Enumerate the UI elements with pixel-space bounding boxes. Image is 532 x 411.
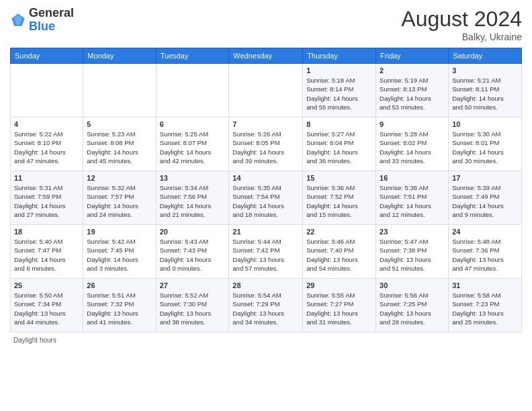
column-header-monday: Monday — [83, 48, 156, 64]
day-number: 13 — [160, 174, 226, 182]
calendar-cell: 7Sunrise: 5:26 AM Sunset: 8:05 PM Daylig… — [229, 118, 303, 171]
column-header-saturday: Saturday — [449, 48, 522, 64]
day-info: Sunrise: 5:56 AM Sunset: 7:25 PM Dayligh… — [380, 291, 445, 326]
day-info: Sunrise: 5:34 AM Sunset: 7:56 PM Dayligh… — [160, 183, 226, 219]
calendar-week-row: 1Sunrise: 5:18 AM Sunset: 8:14 PM Daylig… — [11, 64, 522, 118]
day-number: 26 — [87, 281, 152, 289]
calendar-cell: 17Sunrise: 5:39 AM Sunset: 7:49 PM Dayli… — [449, 171, 522, 225]
day-info: Sunrise: 5:31 AM Sunset: 7:59 PM Dayligh… — [14, 183, 79, 219]
day-info: Sunrise: 5:39 AM Sunset: 7:49 PM Dayligh… — [452, 183, 518, 219]
calendar-cell: 6Sunrise: 5:25 AM Sunset: 8:07 PM Daylig… — [156, 118, 229, 171]
calendar-cell — [83, 64, 156, 118]
column-header-wednesday: Wednesday — [229, 48, 303, 64]
column-header-friday: Friday — [376, 48, 449, 64]
calendar-cell: 14Sunrise: 5:35 AM Sunset: 7:54 PM Dayli… — [229, 171, 303, 225]
calendar-cell: 3Sunrise: 5:21 AM Sunset: 8:11 PM Daylig… — [449, 64, 522, 118]
day-info: Sunrise: 5:30 AM Sunset: 8:01 PM Dayligh… — [452, 130, 518, 165]
calendar-cell: 16Sunrise: 5:38 AM Sunset: 7:51 PM Dayli… — [376, 171, 449, 225]
column-header-tuesday: Tuesday — [156, 48, 229, 64]
calendar-week-row: 11Sunrise: 5:31 AM Sunset: 7:59 PM Dayli… — [11, 171, 522, 225]
day-info: Sunrise: 5:54 AM Sunset: 7:29 PM Dayligh… — [232, 291, 299, 326]
day-info: Sunrise: 5:51 AM Sunset: 7:32 PM Dayligh… — [87, 291, 152, 326]
day-number: 23 — [380, 228, 445, 236]
footer: Daylight hours — [10, 336, 522, 344]
calendar-cell: 4Sunrise: 5:22 AM Sunset: 8:10 PM Daylig… — [11, 118, 83, 171]
day-number: 31 — [452, 281, 518, 289]
calendar-cell: 21Sunrise: 5:44 AM Sunset: 7:42 PM Dayli… — [229, 225, 303, 279]
calendar-week-row: 25Sunrise: 5:50 AM Sunset: 7:34 PM Dayli… — [11, 279, 522, 332]
day-number: 19 — [87, 228, 152, 236]
calendar-cell: 24Sunrise: 5:48 AM Sunset: 7:36 PM Dayli… — [449, 225, 522, 279]
day-number: 29 — [306, 281, 372, 289]
calendar-cell — [11, 64, 83, 118]
day-number: 12 — [87, 174, 152, 182]
day-info: Sunrise: 5:43 AM Sunset: 7:43 PM Dayligh… — [160, 237, 226, 273]
day-info: Sunrise: 5:52 AM Sunset: 7:30 PM Dayligh… — [160, 291, 226, 326]
calendar-cell: 29Sunrise: 5:55 AM Sunset: 7:27 PM Dayli… — [303, 279, 376, 332]
day-info: Sunrise: 5:35 AM Sunset: 7:54 PM Dayligh… — [232, 183, 299, 219]
logo-text: General Blue — [29, 7, 74, 34]
day-info: Sunrise: 5:18 AM Sunset: 8:14 PM Dayligh… — [306, 76, 372, 111]
calendar-week-row: 4Sunrise: 5:22 AM Sunset: 8:10 PM Daylig… — [11, 118, 522, 171]
calendar-cell: 13Sunrise: 5:34 AM Sunset: 7:56 PM Dayli… — [156, 171, 229, 225]
calendar-cell: 19Sunrise: 5:42 AM Sunset: 7:45 PM Dayli… — [83, 225, 156, 279]
page: General Blue August 2024 Balky, Ukraine … — [0, 0, 532, 411]
day-number: 17 — [452, 174, 518, 182]
day-number: 9 — [380, 120, 445, 128]
calendar-cell: 26Sunrise: 5:51 AM Sunset: 7:32 PM Dayli… — [83, 279, 156, 332]
day-number: 30 — [380, 281, 445, 289]
day-info: Sunrise: 5:27 AM Sunset: 8:04 PM Dayligh… — [306, 130, 372, 165]
day-info: Sunrise: 5:48 AM Sunset: 7:36 PM Dayligh… — [452, 237, 518, 273]
calendar-cell: 20Sunrise: 5:43 AM Sunset: 7:43 PM Dayli… — [156, 225, 229, 279]
calendar-header-row: SundayMondayTuesdayWednesdayThursdayFrid… — [11, 48, 522, 64]
calendar-cell: 8Sunrise: 5:27 AM Sunset: 8:04 PM Daylig… — [303, 118, 376, 171]
title-block: August 2024 Balky, Ukraine — [401, 7, 522, 42]
calendar-week-row: 18Sunrise: 5:40 AM Sunset: 7:47 PM Dayli… — [11, 225, 522, 279]
calendar-cell: 30Sunrise: 5:56 AM Sunset: 7:25 PM Dayli… — [376, 279, 449, 332]
day-number: 7 — [232, 120, 299, 128]
day-info: Sunrise: 5:36 AM Sunset: 7:52 PM Dayligh… — [306, 183, 372, 219]
day-number: 10 — [452, 120, 518, 128]
location: Balky, Ukraine — [401, 32, 522, 42]
calendar-cell: 22Sunrise: 5:46 AM Sunset: 7:40 PM Dayli… — [303, 225, 376, 279]
day-info: Sunrise: 5:32 AM Sunset: 7:57 PM Dayligh… — [87, 183, 152, 219]
calendar-cell: 27Sunrise: 5:52 AM Sunset: 7:30 PM Dayli… — [156, 279, 229, 332]
logo-icon — [10, 12, 26, 28]
day-info: Sunrise: 5:40 AM Sunset: 7:47 PM Dayligh… — [14, 237, 79, 273]
day-info: Sunrise: 5:58 AM Sunset: 7:23 PM Dayligh… — [452, 291, 518, 326]
day-info: Sunrise: 5:19 AM Sunset: 8:13 PM Dayligh… — [380, 76, 445, 111]
calendar-cell — [156, 64, 229, 118]
day-number: 20 — [160, 228, 226, 236]
day-number: 1 — [306, 66, 372, 75]
column-header-sunday: Sunday — [11, 48, 83, 64]
day-number: 27 — [160, 281, 226, 289]
day-info: Sunrise: 5:38 AM Sunset: 7:51 PM Dayligh… — [380, 183, 445, 219]
logo: General Blue — [10, 7, 74, 34]
day-number: 24 — [452, 228, 518, 236]
day-number: 2 — [380, 66, 445, 75]
day-number: 25 — [14, 281, 79, 289]
day-number: 4 — [14, 120, 79, 128]
header: General Blue August 2024 Balky, Ukraine — [10, 7, 522, 42]
day-number: 15 — [306, 174, 372, 182]
day-number: 11 — [14, 174, 79, 182]
logo-general: General — [29, 6, 74, 19]
day-number: 21 — [232, 228, 299, 236]
day-info: Sunrise: 5:55 AM Sunset: 7:27 PM Dayligh… — [306, 291, 372, 326]
day-info: Sunrise: 5:25 AM Sunset: 8:07 PM Dayligh… — [160, 130, 226, 165]
calendar-cell: 1Sunrise: 5:18 AM Sunset: 8:14 PM Daylig… — [303, 64, 376, 118]
day-number: 14 — [232, 174, 299, 182]
day-info: Sunrise: 5:44 AM Sunset: 7:42 PM Dayligh… — [232, 237, 299, 273]
calendar-cell: 23Sunrise: 5:47 AM Sunset: 7:38 PM Dayli… — [376, 225, 449, 279]
day-info: Sunrise: 5:50 AM Sunset: 7:34 PM Dayligh… — [14, 291, 79, 326]
day-number: 22 — [306, 228, 372, 236]
month-year: August 2024 — [401, 7, 522, 32]
day-info: Sunrise: 5:28 AM Sunset: 8:02 PM Dayligh… — [380, 130, 445, 165]
calendar-cell: 5Sunrise: 5:23 AM Sunset: 8:08 PM Daylig… — [83, 118, 156, 171]
logo-blue-text: Blue — [29, 19, 55, 33]
day-info: Sunrise: 5:26 AM Sunset: 8:05 PM Dayligh… — [232, 130, 299, 165]
column-header-thursday: Thursday — [303, 48, 376, 64]
day-number: 28 — [232, 281, 299, 289]
daylight-label: Daylight hours — [13, 336, 56, 344]
day-info: Sunrise: 5:21 AM Sunset: 8:11 PM Dayligh… — [452, 76, 518, 111]
